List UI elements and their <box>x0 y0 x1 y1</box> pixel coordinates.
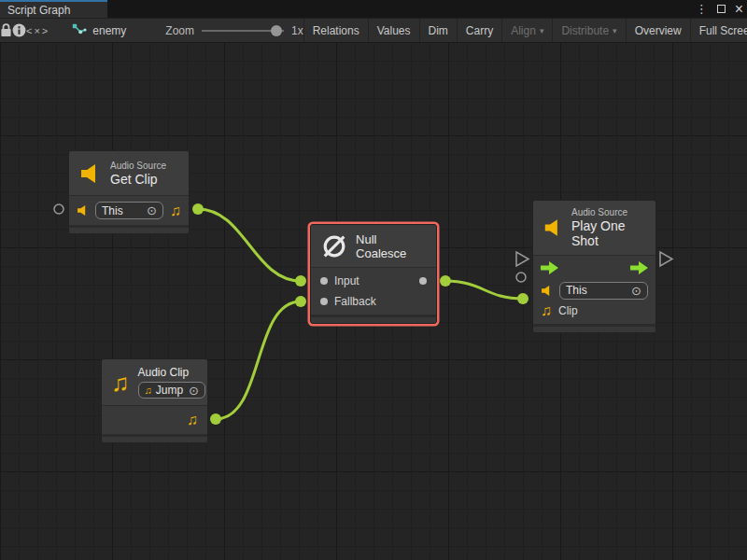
distribute-button[interactable]: Distribute ▾ <box>552 19 625 42</box>
flow-out-arrow-icon[interactable] <box>630 261 648 274</box>
node-audio-clip[interactable]: ♫ Audio Clip ♫ Jump ⊙ ♫ <box>101 358 208 443</box>
fallback-port-label: Fallback <box>334 295 376 308</box>
zoom-value: 1x <box>291 24 303 37</box>
window-close-icon[interactable]: × <box>735 2 743 17</box>
node-header: Audio Source Play One Shot <box>533 201 655 256</box>
object-picker-icon[interactable]: ⊙ <box>147 204 157 217</box>
music-note-icon: ♫ <box>145 385 152 396</box>
audio-source-icon <box>541 285 553 297</box>
lock-icon <box>0 23 12 37</box>
wire-getclip-to-input[interactable] <box>198 209 301 281</box>
flow-in-arrow-icon[interactable] <box>541 261 558 274</box>
tab-title: Script Graph <box>7 4 70 17</box>
wire-output-to-clip[interactable] <box>445 281 523 299</box>
audio-clip-output-icon: ♫ <box>170 203 181 218</box>
this-object-field[interactable]: This ⊙ <box>559 282 648 300</box>
node-null-coalesce[interactable]: Null Coalesce Input Fallback <box>310 224 437 324</box>
chevron-down-icon: ▾ <box>613 26 617 35</box>
node-header: Null Coalesce <box>311 225 436 268</box>
window-controls: ⋮ × <box>696 0 743 18</box>
playoneshot-this-port[interactable] <box>516 273 526 282</box>
node-play-one-shot[interactable]: Audio Source Play One Shot <box>532 200 656 333</box>
fallback-port[interactable] <box>320 298 328 305</box>
node-header: Audio Source Get Clip <box>69 151 189 196</box>
node-title: Audio Clip <box>138 366 206 379</box>
wire-audioclip-to-fallback[interactable] <box>216 301 301 419</box>
info-icon <box>12 23 26 37</box>
relations-button[interactable]: Relations <box>303 19 368 42</box>
result-output-port[interactable] <box>419 277 427 285</box>
node-title: Play One Shot <box>571 218 645 248</box>
getclip-this-port[interactable] <box>54 204 63 214</box>
object-picker-icon[interactable]: ⊙ <box>189 385 199 397</box>
node-header: ♫ Audio Clip ♫ Jump ⊙ <box>102 359 207 406</box>
node-footer <box>311 315 436 323</box>
lock-button[interactable] <box>0 19 12 42</box>
zoom-slider-handle[interactable] <box>271 25 282 36</box>
graph-breadcrumb[interactable]: enemy <box>72 19 126 42</box>
audio-clip-output-icon: ♫ <box>187 413 198 427</box>
this-object-field[interactable]: This ⊙ <box>95 202 163 219</box>
script-graph-window: Script Graph ⋮ × <×> <box>0 0 747 560</box>
node-footer <box>69 225 189 233</box>
tab-bar: Script Graph ⋮ × <box>0 0 747 18</box>
code-view-button[interactable]: <×> <box>26 19 49 42</box>
clip-input-icon: ♫ <box>541 303 552 318</box>
zoom-control: Zoom 1x <box>165 19 303 42</box>
node-title: Null Coalesce <box>356 232 426 260</box>
graph-icon <box>72 23 87 37</box>
audio-source-icon <box>79 162 102 185</box>
input-port-label: Input <box>334 274 359 287</box>
object-picker-icon[interactable]: ⊙ <box>631 285 641 297</box>
graph-toolbar: <×> enemy Zoom 1x Relations Valu <box>0 18 747 43</box>
null-coalesce-icon <box>321 232 347 260</box>
toolbar-buttons: Relations Values Dim Carry Align ▾ Distr… <box>303 19 747 42</box>
playoneshot-exit-port[interactable] <box>660 252 672 266</box>
node-get-clip[interactable]: Audio Source Get Clip This ⊙ ♫ <box>68 150 190 234</box>
zoom-label: Zoom <box>165 24 194 37</box>
window-menu-icon[interactable]: ⋮ <box>696 3 708 15</box>
node-title: Get Clip <box>110 172 166 187</box>
audio-source-icon <box>543 217 563 239</box>
full-screen-button[interactable]: Full Screen <box>690 19 747 42</box>
chevron-down-icon: ▾ <box>540 26 544 35</box>
align-button[interactable]: Align ▾ <box>501 19 552 42</box>
node-footer <box>533 324 655 332</box>
tab-script-graph[interactable]: Script Graph <box>0 0 107 18</box>
window-maximize-icon[interactable] <box>717 5 726 13</box>
values-button[interactable]: Values <box>368 19 419 42</box>
graph-name: enemy <box>92 24 126 37</box>
node-footer <box>102 434 207 442</box>
zoom-slider[interactable] <box>202 24 284 37</box>
input-port[interactable] <box>320 277 328 285</box>
graph-canvas[interactable]: Audio Source Get Clip This ⊙ ♫ <box>0 43 747 560</box>
info-button[interactable] <box>12 19 26 42</box>
node-subtitle: Audio Source <box>571 207 645 217</box>
audio-clip-object-field[interactable]: ♫ Jump ⊙ <box>138 382 206 399</box>
audio-source-icon <box>77 204 89 217</box>
code-icon: <×> <box>26 25 49 36</box>
overview-button[interactable]: Overview <box>626 19 690 42</box>
carry-button[interactable]: Carry <box>457 19 501 42</box>
audio-clip-icon: ♫ <box>111 371 130 395</box>
node-subtitle: Audio Source <box>110 161 166 171</box>
clip-port-label: Clip <box>558 304 578 317</box>
playoneshot-enter-port[interactable] <box>516 252 529 266</box>
dim-button[interactable]: Dim <box>419 19 457 42</box>
